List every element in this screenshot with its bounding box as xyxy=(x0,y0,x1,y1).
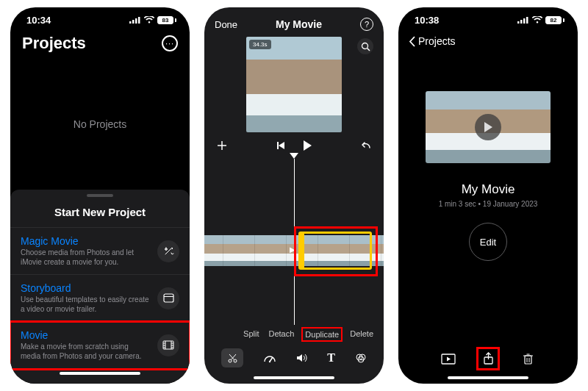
play-fullscreen-button[interactable] xyxy=(438,348,459,369)
status-bar: 10:34 83 xyxy=(10,7,190,32)
wifi-icon xyxy=(144,16,154,24)
svg-rect-34 xyxy=(523,18,526,24)
projects-header: Projects ··· xyxy=(10,32,190,59)
text-tool[interactable]: T xyxy=(327,351,335,365)
wand-icon xyxy=(157,240,179,262)
new-project-sheet: Start New Project Magic Movie Choose med… xyxy=(10,190,190,384)
svg-rect-2 xyxy=(135,18,137,24)
trash-button[interactable] xyxy=(517,348,538,369)
film-icon xyxy=(157,334,179,356)
project-detail: My Movie 1 min 3 sec • 19 January 2023 E… xyxy=(398,54,578,340)
add-media-button[interactable] xyxy=(216,140,228,151)
bottom-actions xyxy=(398,340,578,373)
battery-icon: 82 xyxy=(545,16,564,24)
edit-button[interactable]: Edit xyxy=(469,223,507,261)
option-title: Magic Movie xyxy=(21,235,150,247)
svg-line-16 xyxy=(367,48,370,51)
signal-icon xyxy=(517,16,529,24)
status-bar xyxy=(204,7,384,15)
chevron-left-icon xyxy=(409,36,415,47)
svg-point-15 xyxy=(362,43,368,49)
undo-button[interactable] xyxy=(360,140,372,151)
svg-rect-4 xyxy=(164,294,173,302)
editor-toolbar: T xyxy=(204,341,384,373)
status-right: 82 xyxy=(517,16,564,24)
done-button[interactable]: Done xyxy=(215,19,237,30)
scissors-tool[interactable] xyxy=(221,348,243,367)
svg-marker-19 xyxy=(279,142,284,149)
screen-detail: 10:38 82 Projects My Movie 1 min 3 sec •… xyxy=(398,7,578,384)
back-label: Projects xyxy=(418,35,456,47)
page-title: Projects xyxy=(22,34,86,53)
delete-action[interactable]: Delete xyxy=(350,329,373,340)
wifi-icon xyxy=(532,16,542,24)
editor-header: Done My Movie ? xyxy=(204,15,384,35)
home-indicator[interactable] xyxy=(448,376,528,379)
sheet-handle[interactable] xyxy=(87,194,113,197)
preview-thumbnail[interactable]: 34.3s xyxy=(246,37,342,132)
svg-marker-36 xyxy=(484,122,492,132)
filters-tool[interactable] xyxy=(355,353,367,363)
svg-point-23 xyxy=(234,359,237,362)
highlight-selected-clip xyxy=(294,226,378,276)
svg-point-22 xyxy=(229,359,232,362)
screen-editor: Done My Movie ? 34.3s xyxy=(204,7,384,384)
back-nav[interactable]: Projects xyxy=(398,32,578,54)
timeline[interactable]: ▶ xyxy=(204,153,384,325)
screen-projects: 10:34 83 Projects ··· No Projects Start … xyxy=(10,7,190,384)
status-time: 10:34 xyxy=(26,15,51,26)
svg-rect-33 xyxy=(520,20,523,24)
speed-tool[interactable] xyxy=(263,353,276,363)
battery-icon: 83 xyxy=(157,16,176,24)
storyboard-icon xyxy=(157,287,179,309)
option-magic-movie[interactable]: Magic Movie Choose media from Photos and… xyxy=(10,228,190,275)
duplicate-action[interactable]: Duplicate xyxy=(304,329,340,340)
option-title: Storyboard xyxy=(21,282,150,294)
option-desc: Choose media from Photos and let iMovie … xyxy=(21,248,150,267)
more-button[interactable]: ··· xyxy=(162,35,178,51)
signal-icon xyxy=(129,16,141,24)
preview-area: 34.3s xyxy=(204,35,384,137)
svg-marker-28 xyxy=(297,354,302,362)
svg-rect-32 xyxy=(517,21,520,24)
movie-preview[interactable] xyxy=(426,91,551,163)
share-button[interactable] xyxy=(478,348,498,369)
option-movie[interactable]: Movie Make a movie from scratch using me… xyxy=(10,322,190,369)
zoom-button[interactable] xyxy=(357,38,373,54)
svg-marker-21 xyxy=(304,140,312,151)
help-button[interactable]: ? xyxy=(360,18,373,31)
movie-title: My Movie xyxy=(462,182,515,197)
svg-rect-3 xyxy=(138,17,140,24)
status-bar: 10:38 82 xyxy=(398,7,578,32)
duration-badge: 34.3s xyxy=(249,40,271,49)
play-button[interactable] xyxy=(302,140,312,151)
option-storyboard[interactable]: Storyboard Use beautiful templates to ea… xyxy=(10,275,190,322)
svg-rect-41 xyxy=(525,356,531,364)
svg-rect-35 xyxy=(526,17,528,24)
home-indicator[interactable] xyxy=(254,376,334,379)
split-action[interactable]: Split xyxy=(243,329,259,340)
skip-start-button[interactable] xyxy=(276,140,286,151)
volume-tool[interactable] xyxy=(296,353,308,363)
svg-rect-20 xyxy=(277,142,279,149)
svg-point-27 xyxy=(269,361,270,362)
status-time: 10:38 xyxy=(415,15,439,26)
home-indicator[interactable] xyxy=(60,372,140,375)
playback-bar xyxy=(204,137,384,153)
status-right: 83 xyxy=(129,16,176,24)
sheet-title: Start New Project xyxy=(10,206,190,228)
svg-marker-38 xyxy=(447,356,451,361)
projects-empty-state: No Projects xyxy=(10,59,190,190)
play-overlay-icon xyxy=(475,114,501,140)
detach-action[interactable]: Detach xyxy=(268,329,294,340)
option-desc: Use beautiful templates to easily create… xyxy=(21,295,150,314)
clip-actions-bar: Split Detach Duplicate Delete xyxy=(204,325,384,341)
empty-text: No Projects xyxy=(74,118,126,130)
svg-rect-1 xyxy=(132,20,135,24)
svg-rect-5 xyxy=(164,296,173,297)
movie-title: My Movie xyxy=(276,18,322,30)
movie-meta: 1 min 3 sec • 19 January 2023 xyxy=(439,200,538,208)
option-title: Movie xyxy=(21,329,150,341)
svg-rect-0 xyxy=(129,21,132,24)
option-desc: Make a movie from scratch using media fr… xyxy=(21,342,150,361)
